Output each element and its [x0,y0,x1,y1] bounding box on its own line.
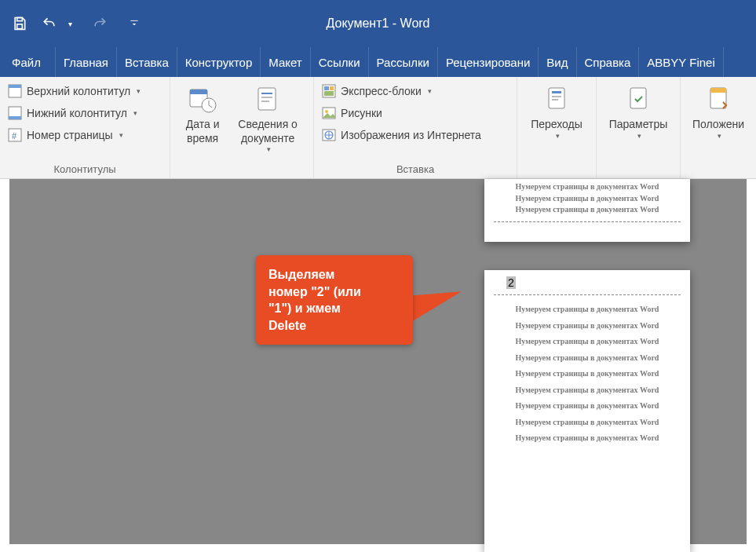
tab-help[interactable]: Справка [577,47,640,77]
doc-text-line: Нумеруем страницы в документах Word [516,305,659,315]
svg-rect-25 [552,91,561,93]
tab-view[interactable]: Вид [539,47,576,77]
save-icon[interactable] [12,16,27,31]
header-button[interactable]: Верхний колонтитул▾ [6,82,163,101]
svg-rect-4 [9,85,21,88]
document-area[interactable]: Нумеруем страницы в документах Word Нуме… [9,179,747,544]
date-time-icon [188,85,217,113]
tab-references[interactable]: Ссылки [311,47,369,77]
tab-mailings[interactable]: Рассылки [369,47,438,77]
svg-rect-6 [9,116,21,119]
dropdown-icon: ▾ [137,87,141,95]
footer-boundary [494,221,681,222]
document-info-button[interactable]: Сведения о документе▾ [228,82,307,154]
page-2[interactable]: 2 Нумеруем страницы в документах Word Ну… [484,270,690,552]
header-icon [8,84,22,98]
page-number-icon: # [8,128,22,142]
ribbon: Верхний колонтитул▾ Нижний колонтитул▾ #… [0,77,756,179]
tab-abbyy[interactable]: ABBYY Finei [639,47,723,77]
undo-icon[interactable] [42,16,57,31]
svg-rect-30 [710,88,726,93]
quick-parts-button[interactable]: Экспресс-блоки▾ [320,82,510,101]
doc-text-line: Нумеруем страницы в документах Word [516,386,659,396]
quick-access-toolbar: ▾ [12,16,142,31]
callout-line: номер "2" (или [268,283,400,301]
doc-text-line: Нумеруем страницы в документах Word [516,369,659,379]
footer-button[interactable]: Нижний колонтитул▾ [6,104,163,122]
header-label: Верхний колонтитул [27,85,130,97]
position-button[interactable]: Положени ▾ [687,82,750,141]
pictures-button[interactable]: Рисунки [320,104,510,122]
footer-label: Нижний колонтитул [27,107,127,119]
tab-review[interactable]: Рецензировани [438,47,539,77]
svg-rect-2 [130,20,137,21]
date-time-label: Дата и время [181,118,224,145]
group-navigation: Переходы ▾ [517,77,597,178]
online-pictures-button[interactable]: Изображения из Интернета [320,126,510,144]
dropdown-icon: ▾ [637,132,641,141]
navigation-icon [542,85,571,113]
header-boundary [494,294,681,295]
svg-text:#: # [12,131,17,141]
pictures-icon [322,106,336,120]
svg-rect-13 [261,93,272,94]
document-info-label: Сведения о документе [233,118,302,145]
dropdown-icon: ▾ [267,145,271,154]
doc-text-line: Нумеруем страницы в документах Word [516,337,659,347]
tab-home[interactable]: Главная [56,47,117,77]
callout-line: Delete [268,317,400,334]
svg-rect-15 [261,101,269,102]
tab-layout[interactable]: Макет [261,47,310,77]
qat-customize-icon[interactable] [126,16,142,31]
position-icon [704,85,732,113]
page-2-body: Нумеруем страницы в документах Word Нуме… [484,302,690,447]
callout-line: Выделяем [268,266,400,283]
group-position: Положени ▾ [681,77,756,178]
callout-line: "1") и жмем [268,300,400,317]
doc-text-line: Нумеруем страницы в документах Word [516,182,659,192]
svg-point-21 [325,110,328,113]
doc-text-line: Нумеруем страницы в документах Word [516,353,659,364]
page-number-label: Номер страницы [27,129,113,141]
window-title: Документ1 - Word [326,16,429,31]
doc-text-line: Нумеруем страницы в документах Word [516,205,659,215]
online-pictures-icon [322,128,336,142]
page-number-button[interactable]: # Номер страницы▾ [6,126,163,144]
page-number-selected[interactable]: 2 [506,276,516,289]
group-datetime: Дата и время Сведения о документе▾ [170,77,314,178]
options-button[interactable]: Параметры ▾ [603,82,674,141]
doc-text-line: Нумеруем страницы в документах Word [516,433,659,444]
tab-design[interactable]: Конструктор [177,47,261,77]
page-1[interactable]: Нумеруем страницы в документах Word Нуме… [484,179,690,242]
group-insert: Экспресс-блоки▾ Рисунки Изображения из И… [314,77,517,178]
position-label: Положени [692,118,744,132]
group-label: Колонтитулы [6,162,163,177]
group-label [177,174,307,177]
header-area[interactable]: 2 [484,270,690,294]
ribbon-tabs: Файл Главная Вставка Конструктор Макет С… [0,47,756,77]
navigation-label: Переходы [531,118,583,132]
navigation-button[interactable]: Переходы ▾ [524,82,590,141]
doc-text-line: Нумеруем страницы в документах Word [516,418,659,428]
undo-dropdown-icon[interactable]: ▾ [62,16,78,31]
group-label: Вставка [320,162,510,177]
svg-rect-24 [549,88,564,108]
footer-icon [8,106,22,120]
svg-rect-1 [17,24,23,29]
options-label: Параметры [609,118,668,132]
quick-parts-icon [322,84,336,98]
redo-icon[interactable] [92,16,108,31]
date-time-button[interactable]: Дата и время [177,82,228,145]
svg-rect-17 [324,86,329,90]
svg-rect-10 [190,90,207,94]
online-pictures-label: Изображения из Интернета [341,129,481,141]
svg-rect-18 [330,86,334,90]
dropdown-icon: ▾ [718,132,721,141]
tab-file[interactable]: Файл [0,47,56,77]
annotation-callout: Выделяем номер "2" (или "1") и жмем Dele… [256,255,413,345]
options-icon [624,85,652,113]
tab-insert[interactable]: Вставка [117,47,177,77]
svg-rect-12 [258,88,276,110]
pictures-label: Рисунки [341,107,382,119]
doc-text-line: Нумеруем страницы в документах Word [516,321,659,331]
